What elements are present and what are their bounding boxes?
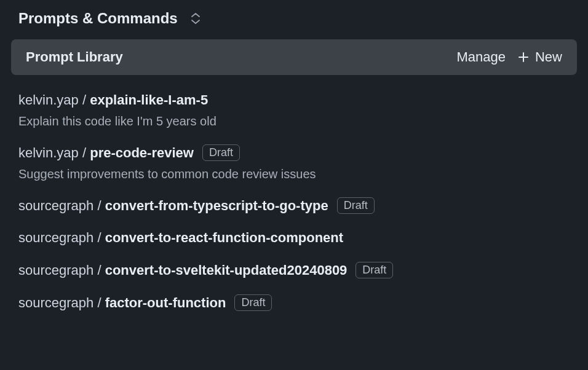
draft-badge: Draft bbox=[234, 294, 272, 311]
list-item[interactable]: sourcegraph / factor-out-functionDraft bbox=[18, 285, 570, 317]
item-owner: kelvin.yap bbox=[18, 92, 79, 108]
new-button[interactable]: New bbox=[518, 49, 562, 65]
owner-slash: / bbox=[93, 295, 105, 310]
list-item[interactable]: sourcegraph / convert-to-react-function-… bbox=[18, 220, 570, 252]
list-item[interactable]: kelvin.yap / explain-like-I-am-5Explain … bbox=[18, 82, 570, 135]
item-path: sourcegraph / convert-from-typescript-to… bbox=[18, 198, 328, 214]
panel-title: Prompts & Commands bbox=[18, 10, 178, 27]
draft-badge: Draft bbox=[356, 262, 393, 278]
item-owner: sourcegraph bbox=[18, 198, 93, 213]
item-owner: kelvin.yap bbox=[18, 145, 79, 160]
item-title-row: sourcegraph / convert-to-sveltekit-updat… bbox=[18, 262, 570, 278]
item-title-row: kelvin.yap / pre-code-reviewDraft bbox=[18, 144, 570, 161]
item-owner: sourcegraph bbox=[18, 262, 93, 278]
plus-icon bbox=[518, 52, 529, 63]
prompts-panel: Prompts & Commands Prompt Library Manage… bbox=[0, 0, 588, 327]
item-title-row: kelvin.yap / explain-like-I-am-5 bbox=[18, 92, 570, 108]
list-item[interactable]: sourcegraph / convert-to-sveltekit-updat… bbox=[18, 252, 570, 285]
owner-slash: / bbox=[93, 198, 105, 213]
item-description: Suggest improvements to common code revi… bbox=[18, 167, 570, 181]
item-path: sourcegraph / factor-out-function bbox=[18, 295, 226, 311]
item-description: Explain this code like I'm 5 years old bbox=[18, 114, 570, 128]
item-title-row: sourcegraph / factor-out-functionDraft bbox=[18, 294, 570, 311]
new-button-label: New bbox=[535, 49, 562, 65]
item-path: kelvin.yap / pre-code-review bbox=[18, 145, 194, 161]
list-item[interactable]: kelvin.yap / pre-code-reviewDraftSuggest… bbox=[18, 135, 570, 187]
manage-button[interactable]: Manage bbox=[456, 49, 506, 65]
item-name: convert-to-sveltekit-updated20240809 bbox=[105, 262, 348, 278]
item-owner: sourcegraph bbox=[18, 295, 93, 310]
draft-badge: Draft bbox=[337, 197, 375, 214]
prompt-library-title: Prompt Library bbox=[26, 49, 123, 65]
library-actions: Manage New bbox=[456, 49, 562, 65]
item-title-row: sourcegraph / convert-to-react-function-… bbox=[18, 230, 570, 246]
draft-badge: Draft bbox=[202, 144, 240, 161]
item-path: kelvin.yap / explain-like-I-am-5 bbox=[18, 92, 208, 108]
prompt-list: kelvin.yap / explain-like-I-am-5Explain … bbox=[7, 75, 581, 317]
owner-slash: / bbox=[93, 230, 105, 245]
item-name: pre-code-review bbox=[90, 145, 194, 160]
owner-slash: / bbox=[93, 262, 105, 278]
list-item[interactable]: sourcegraph / convert-from-typescript-to… bbox=[18, 187, 570, 220]
item-name: convert-to-react-function-component bbox=[105, 230, 343, 245]
item-name: factor-out-function bbox=[105, 295, 226, 310]
owner-slash: / bbox=[79, 92, 90, 108]
item-name: convert-from-typescript-to-go-type bbox=[105, 198, 328, 213]
item-owner: sourcegraph bbox=[18, 230, 93, 245]
collapse-icon[interactable] bbox=[188, 10, 204, 26]
owner-slash: / bbox=[79, 145, 90, 160]
item-name: explain-like-I-am-5 bbox=[90, 92, 208, 108]
panel-header: Prompts & Commands bbox=[7, 10, 581, 32]
item-path: sourcegraph / convert-to-react-function-… bbox=[18, 230, 343, 246]
prompt-library-bar: Prompt Library Manage New bbox=[11, 39, 577, 75]
item-title-row: sourcegraph / convert-from-typescript-to… bbox=[18, 197, 570, 214]
item-path: sourcegraph / convert-to-sveltekit-updat… bbox=[18, 262, 347, 278]
